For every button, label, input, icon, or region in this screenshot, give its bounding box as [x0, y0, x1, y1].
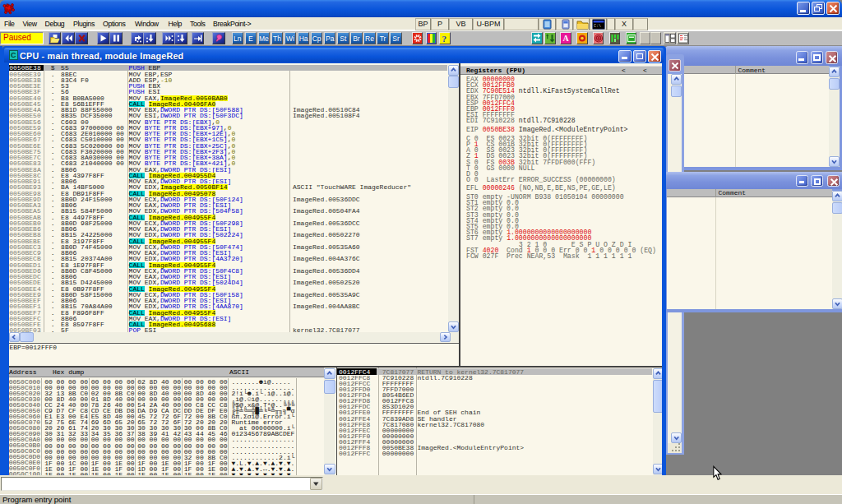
svg-text:A: A: [563, 34, 570, 43]
svg-text:C:\: C:\: [594, 24, 601, 29]
svg-text:?: ?: [442, 33, 447, 43]
